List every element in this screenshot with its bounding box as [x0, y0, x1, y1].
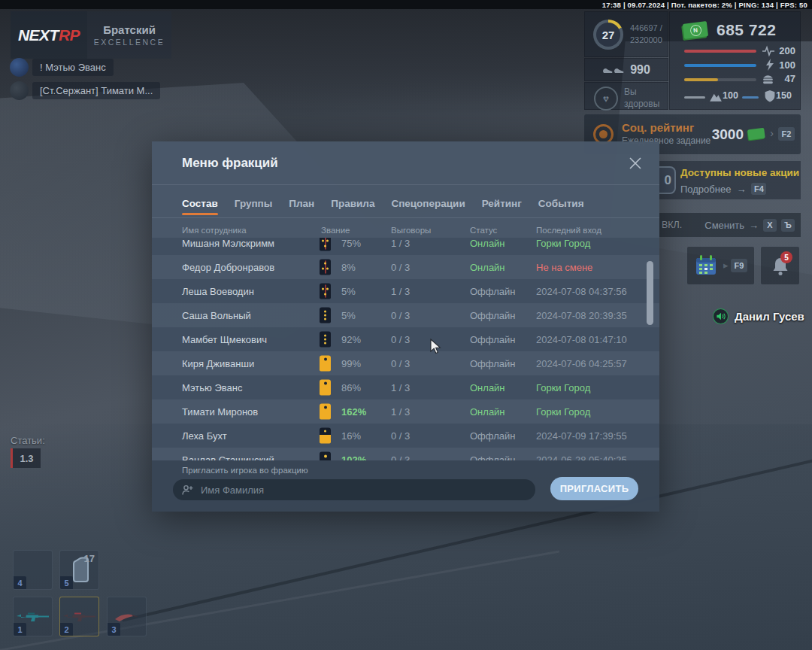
articles-value-badge: 1.3	[11, 448, 41, 468]
member-status: Оффлайн	[470, 358, 515, 369]
knife-icon	[114, 611, 141, 623]
armor-value: 150	[776, 90, 792, 101]
member-row[interactable]: Федор Добронравов 8% 0 / 3 Онлайн Не на …	[152, 255, 659, 279]
member-row[interactable]: Мэтью Эванс 86% 1 / 3 Онлайн Горки Город	[152, 375, 659, 399]
rifle-icon	[62, 609, 97, 624]
hotkey-f9: F9	[731, 259, 747, 272]
arrow-right-icon: →	[736, 184, 746, 195]
faction-menu-modal: Меню фракций СоставГруппыПланПравилаСпец…	[152, 141, 659, 512]
xp-total: 2320000	[630, 34, 662, 46]
hotbar-slot-4[interactable]: 4	[13, 550, 53, 590]
invite-label: Пригласить игрока во фракцию	[182, 466, 308, 475]
faction-tab[interactable]: Состав	[182, 198, 218, 218]
armor-bar	[742, 96, 759, 99]
rank-epaulette-icon	[320, 238, 331, 251]
hotbar-slot-3[interactable]: 3	[107, 597, 147, 636]
close-icon[interactable]	[628, 156, 643, 171]
faction-tab[interactable]: Рейтинг	[482, 198, 522, 218]
arrow-right-icon: →	[749, 220, 759, 231]
member-activity: 162%	[341, 406, 366, 418]
members-table-header: Имя сотрудника Звание Выговоры Статус По…	[152, 226, 659, 238]
member-row[interactable]: Вацлав Сташинский 102% 0 / 3 Оффлайн 202…	[152, 448, 659, 460]
calendar-icon	[695, 254, 717, 277]
walk-points-value: 990	[630, 63, 650, 77]
member-row[interactable]: Леша Воеводин 5% 1 / 3 Оффлайн 2024-07-0…	[152, 279, 659, 303]
faction-tab[interactable]: Спецоперации	[391, 198, 465, 218]
invite-button[interactable]: ПРИГЛАСИТЬ	[550, 477, 638, 500]
shield-icon	[763, 90, 777, 102]
member-status: Онлайн	[470, 382, 505, 393]
server-name: Братский	[103, 23, 156, 36]
member-status: Онлайн	[470, 262, 505, 273]
member-last-login: 2024-07-08 04:37:56	[536, 286, 627, 297]
sneakers-icon	[602, 65, 625, 75]
player-nameplate: [Ст.Сержант] Тимати М...	[32, 82, 160, 99]
hotbar-slot-1[interactable]: 1	[13, 597, 53, 636]
member-last-login: Не на смене	[536, 262, 592, 273]
member-row[interactable]: Саша Вольный 5% 0 / 3 Оффлайн 2024-07-08…	[152, 303, 659, 327]
member-status: Оффлайн	[470, 430, 515, 442]
notifications-widget[interactable]: 5	[761, 247, 799, 284]
member-last-login: 2024-06-28 05:40:25	[536, 454, 627, 461]
modal-title: Меню фракций	[182, 156, 278, 171]
member-status: Онлайн	[470, 406, 505, 418]
faction-tab[interactable]: План	[289, 198, 314, 218]
member-status: Оффлайн	[470, 310, 515, 321]
member-warnings: 1 / 3	[391, 382, 410, 393]
avatar	[10, 81, 29, 100]
faction-tab[interactable]: Группы	[235, 198, 273, 218]
food-bar	[684, 78, 718, 81]
brand-secondary: RP	[59, 26, 80, 44]
tab-label: Правила	[331, 198, 374, 209]
speaker-icon	[716, 311, 726, 321]
chevron-right-icon: ▸	[723, 260, 729, 271]
member-warnings: 0 / 3	[391, 454, 410, 461]
promo-timer-badge: 0	[659, 166, 676, 194]
hotkey-f2: F2	[778, 127, 795, 141]
nearby-player-2: [Ст.Сержант] Тимати М...	[10, 81, 160, 100]
slot-number: 3	[108, 623, 120, 636]
members-table-body: Мишаня Мэлскримм 75% 1 / 3 Онлайн Горки …	[152, 238, 659, 460]
member-last-login: Горки Город	[536, 238, 590, 249]
chevron-right-icon: ›	[770, 127, 774, 139]
calendar-widget[interactable]: ▸ F9	[687, 247, 754, 284]
hotbar-slot-5[interactable]: 17 5	[59, 550, 99, 590]
tab-label: Рейтинг	[482, 198, 522, 209]
logo-panel: NEXTRP Братский EXCELLENCE	[11, 11, 171, 59]
col-header-status: Статус	[470, 226, 497, 235]
walk-points-panel: 990	[584, 58, 668, 81]
brand-logo: NEXTRP	[11, 11, 87, 59]
member-row[interactable]: Тимати Миронов 162% 1 / 3 Онлайн Горки Г…	[152, 399, 659, 424]
col-header-rank: Звание	[321, 226, 350, 235]
member-last-login: 2024-07-09 17:39:55	[536, 430, 627, 442]
scrollbar-thumb[interactable]	[647, 261, 653, 325]
promos-title: Доступны новые акции	[680, 167, 799, 178]
promos-link[interactable]: Подробнее	[680, 184, 731, 195]
slot-number: 1	[14, 623, 26, 636]
member-status: Оффлайн	[470, 286, 515, 297]
member-warnings: 1 / 3	[391, 286, 410, 297]
nearby-player-1: ! Мэтью Эванс	[10, 58, 114, 77]
member-row[interactable]: Мишаня Мэлскримм 75% 1 / 3 Онлайн Горки …	[152, 238, 659, 255]
member-row[interactable]: Леха Бухт 16% 0 / 3 Оффлайн 2024-07-09 1…	[152, 424, 659, 448]
member-name: Тимати Миронов	[182, 406, 258, 418]
member-name: Леха Бухт	[182, 430, 227, 442]
member-warnings: 0 / 3	[391, 430, 410, 442]
invite-name-input[interactable]	[199, 484, 535, 497]
tab-label: Состав	[182, 198, 218, 209]
member-row[interactable]: Киря Дживанши 99% 0 / 3 Оффлайн 2024-07-…	[152, 351, 659, 375]
slot-item-count: 17	[84, 553, 95, 564]
hotbar-slot-2[interactable]: 2	[59, 597, 99, 636]
member-status: Онлайн	[470, 238, 505, 249]
member-name: Мамбет Щмекович	[182, 334, 267, 345]
faction-tab[interactable]: События	[538, 198, 584, 218]
rifle-icon	[16, 609, 50, 624]
member-name: Леша Воеводин	[182, 286, 254, 297]
game-screen: 17:38 | 09.07.2024 | Пот. пакетов: 2% | …	[0, 0, 812, 650]
faction-tab[interactable]: Правила	[331, 198, 374, 218]
promos-panel[interactable]: 0 Доступны новые акции Подробнее → F4	[659, 161, 801, 199]
member-row[interactable]: Мамбет Щмекович 92% 0 / 3 Оффлайн 2024-0…	[152, 327, 659, 351]
health-status-line2: здоровы	[624, 98, 659, 110]
members-table: Мишаня Мэлскримм 75% 1 / 3 Онлайн Горки …	[152, 238, 659, 460]
member-last-login: 2024-07-06 04:25:57	[536, 358, 627, 369]
